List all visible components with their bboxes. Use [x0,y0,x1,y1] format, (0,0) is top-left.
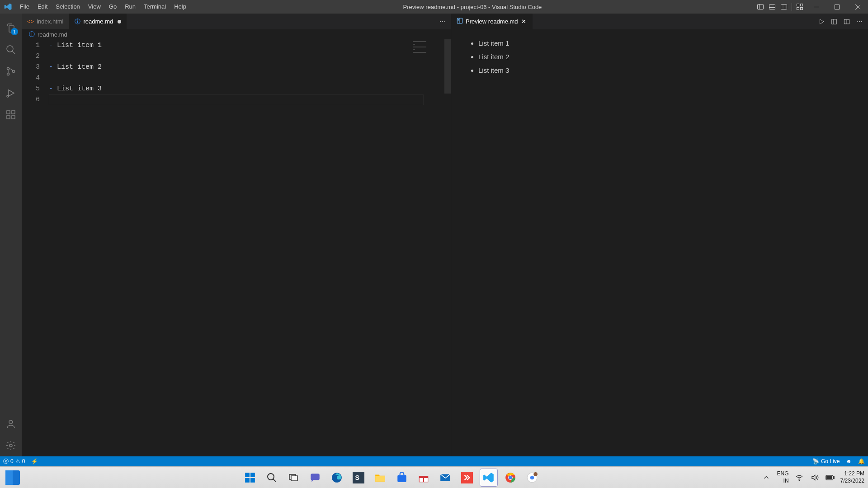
svg-point-25 [9,420,13,424]
status-problems[interactable]: ⓧ0 ⚠0 [0,456,28,466]
status-ports[interactable]: ⚡ [28,456,41,466]
preview-list-item: List item 3 [478,64,850,77]
svg-rect-7 [801,4,803,6]
split-editor-icon[interactable] [842,17,852,27]
taskbar-chevron-up-icon[interactable] [761,469,772,487]
svg-point-60 [799,480,800,481]
menu-run[interactable]: Run [121,0,140,14]
taskbar-clock[interactable]: 1:22 PM7/23/2022 [840,470,864,484]
close-button[interactable] [847,0,868,14]
editor-group-left: <> index.html ⓘ readme.md ⋯ ⓘ readme.md [22,14,451,456]
menu-selection[interactable]: Selection [52,0,84,14]
line-number: 4 [22,73,40,84]
taskbar-app-store[interactable] [393,469,411,487]
search-button[interactable] [263,469,281,487]
toggle-primary-sidebar-icon[interactable] [755,0,766,14]
activity-run-debug[interactable] [0,82,22,104]
taskbar-app-anydesk[interactable] [458,469,476,487]
activity-explorer[interactable]: 1 [0,17,22,39]
run-icon[interactable] [816,17,826,27]
line-number: 2 [22,51,40,62]
editor-group-right: Preview readme.md ✕ ⋯ List item 1 List i… [451,14,868,456]
svg-rect-6 [797,4,799,6]
taskbar-app-mail[interactable] [436,469,454,487]
activity-search[interactable] [0,39,22,61]
svg-point-59 [534,472,538,476]
activity-settings[interactable] [0,435,22,456]
code-content[interactable]: - List item 1 - List item 2 - List item … [49,39,451,456]
more-actions-icon[interactable]: ⋯ [854,17,864,27]
svg-point-16 [7,68,9,70]
taskbar-app-explorer[interactable] [371,469,389,487]
menu-bar: File Edit Selection View Go Run Terminal… [16,0,190,14]
svg-marker-19 [9,90,14,96]
customize-layout-icon[interactable] [794,0,806,14]
activity-extensions[interactable] [0,104,22,126]
window-controls [755,0,868,14]
status-golive[interactable]: 📡Go Live [809,456,843,466]
error-icon: ⓧ [3,458,9,465]
battery-icon[interactable] [825,469,835,487]
editor-body[interactable]: 1 2 3 4 5 6 - List item 1 - List item 2 … [22,39,451,456]
svg-rect-48 [398,475,407,482]
taskbar-app-chat[interactable] [306,469,324,487]
tab-label: readme.md [83,18,113,25]
line-number: 3 [22,62,40,73]
statusbar: ⓧ0 ⚠0 ⚡ 📡Go Live ☻ 🔔 [0,456,868,466]
task-view-button[interactable] [284,469,302,487]
menu-go[interactable]: Go [105,0,121,14]
menu-terminal[interactable]: Terminal [140,0,170,14]
menu-file[interactable]: File [16,0,33,14]
widgets-button[interactable] [4,469,22,487]
taskbar-app-chrome-profile[interactable] [523,469,541,487]
maximize-button[interactable] [826,0,847,14]
toggle-panel-icon[interactable] [766,0,778,14]
tab-index-html[interactable]: <> index.html [22,14,69,29]
taskbar-app-edge[interactable] [328,469,346,487]
status-notifications[interactable]: 🔔 [855,456,868,466]
taskbar-app-gift[interactable] [415,469,433,487]
svg-rect-23 [12,116,15,119]
menu-help[interactable]: Help [170,0,190,14]
menu-view[interactable]: View [84,0,105,14]
toggle-secondary-sidebar-icon[interactable] [778,0,790,14]
minimize-button[interactable] [806,0,826,14]
menu-edit[interactable]: Edit [33,0,52,14]
svg-rect-11 [835,5,839,9]
volume-icon[interactable] [810,469,820,487]
svg-rect-4 [781,5,787,9]
svg-text:S: S [355,474,359,481]
svg-point-20 [7,95,9,97]
activity-source-control[interactable] [0,61,22,82]
taskbar-app-sharex[interactable]: S [349,469,368,487]
svg-rect-10 [814,7,819,7]
breadcrumbs[interactable]: ⓘ readme.md [22,29,451,39]
markdown-preview[interactable]: List item 1 List item 2 List item 3 [451,29,868,456]
svg-rect-21 [7,111,10,114]
tabs-right: Preview readme.md ✕ ⋯ [451,14,868,29]
taskbar-language[interactable]: ENGIN [777,470,789,484]
status-feedback[interactable]: ☻ [843,456,855,466]
separator [792,3,792,11]
taskbar-app-chrome[interactable] [501,469,519,487]
preview-list-item: List item 2 [478,50,850,64]
svg-rect-62 [833,476,834,479]
more-actions-icon[interactable]: ⋯ [437,17,447,27]
tab-preview-readme[interactable]: Preview readme.md ✕ [451,14,533,29]
gutter: 1 2 3 4 5 6 [22,39,49,456]
activity-accounts[interactable] [0,413,22,435]
editor-area: <> index.html ⓘ readme.md ⋯ ⓘ readme.md [22,14,868,456]
tab-actions-left: ⋯ [437,14,451,29]
start-button[interactable] [241,469,259,487]
svg-rect-43 [311,474,320,480]
line-number: 6 [22,94,40,105]
explorer-badge: 1 [11,28,18,35]
svg-rect-9 [801,8,803,10]
show-source-icon[interactable] [829,17,839,27]
taskbar-app-vscode[interactable] [480,469,498,487]
svg-rect-35 [245,473,250,477]
close-icon[interactable]: ✕ [521,19,527,25]
tab-readme-md[interactable]: ⓘ readme.md [69,14,127,29]
wifi-icon[interactable] [794,469,804,487]
bell-icon: 🔔 [858,458,865,465]
